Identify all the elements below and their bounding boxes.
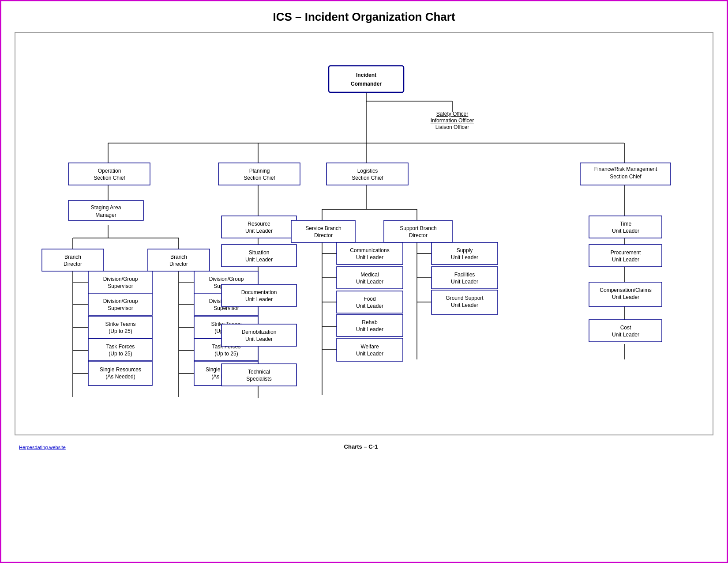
text-proc-l2: Unit Leader	[612, 257, 639, 263]
text-supp-l1: Support Branch	[400, 225, 436, 231]
text-b1-div2-l2: Supervisor	[108, 305, 133, 311]
box-situation-ul	[221, 245, 296, 267]
text-ic-line1: Incident	[356, 72, 376, 78]
box-plan-chief	[218, 163, 300, 185]
footer-site: Herpesdating.website	[19, 445, 66, 450]
text-time-l1: Time	[620, 221, 632, 227]
box-doc-ul	[221, 284, 296, 306]
text-demob-l1: Demobilization	[242, 329, 277, 335]
text-res-l2: Unit Leader	[245, 228, 273, 234]
text-b1-div1-l1: Division/Group	[103, 276, 138, 282]
text-med-l1: Medical	[360, 272, 379, 278]
text-serv-l1: Service Branch	[305, 225, 341, 231]
page: ICS – Incident Organization Chart text {…	[0, 0, 728, 563]
text-staging-line2: Manager	[95, 212, 116, 218]
text-res-l1: Resource	[248, 221, 270, 227]
box-food-ul	[337, 291, 403, 313]
text-staging-line1: Staging Area	[91, 204, 121, 211]
text-bd2-line2: Director	[169, 261, 188, 267]
text-b1-task-l2: (Up to 25)	[109, 351, 132, 357]
text-b1-div1-l2: Supervisor	[108, 283, 133, 289]
text-demob-l2: Unit Leader	[245, 336, 273, 342]
text-b1-task-l1: Task Forces	[106, 344, 135, 350]
text-med-l2: Unit Leader	[356, 279, 383, 285]
text-fin-line2: Section Chief	[610, 174, 642, 180]
text-cost-l1: Cost	[620, 325, 631, 331]
text-bd1-line2: Director	[64, 261, 82, 267]
text-liaison-officer: Liaison Officer	[435, 124, 469, 130]
box-b1-task	[88, 339, 152, 361]
text-cost-l2: Unit Leader	[612, 332, 639, 338]
text-serv-l2: Director	[314, 232, 333, 238]
box-resource-ul	[221, 216, 296, 238]
box-b1-div2	[88, 293, 152, 315]
text-food-l1: Food	[364, 296, 375, 302]
text-log-line2: Section Chief	[352, 175, 383, 181]
box-branch-dir1	[42, 249, 104, 271]
text-comm-l2: Unit Leader	[356, 254, 383, 261]
text-b1-strike-l2: (Up to 25)	[109, 328, 132, 334]
footer-label: Charts – C-1	[66, 443, 656, 450]
box-tech-spec	[221, 364, 296, 386]
text-info-officer: Information Officer	[431, 117, 474, 124]
box-fac-ul	[432, 267, 498, 289]
text-bd2-line1: Branch	[170, 254, 187, 260]
text-bd1-line1: Branch	[64, 254, 81, 260]
box-rehab-ul	[337, 314, 403, 336]
box-b1-strike	[88, 316, 152, 338]
box-incident-commander	[329, 66, 404, 92]
text-sit-l1: Situation	[249, 249, 270, 256]
text-plan-line2: Section Chief	[244, 175, 275, 181]
text-rehab-l2: Unit Leader	[356, 326, 383, 333]
text-supply-l2: Unit Leader	[451, 254, 478, 261]
box-b1-div1	[88, 271, 152, 293]
text-supp-l2: Director	[409, 232, 428, 238]
text-sit-l2: Unit Leader	[245, 257, 273, 263]
text-safety-officer: Safety Officer	[436, 111, 468, 117]
box-support-dir	[384, 220, 452, 242]
text-b2-div1-l1: Division/Group	[209, 276, 244, 282]
text-ground-l2: Unit Leader	[451, 302, 478, 308]
text-comp-l2: Unit Leader	[612, 294, 639, 300]
text-comp-l1: Compensation/Claims	[600, 287, 651, 293]
box-cost-ul	[589, 320, 662, 342]
text-log-line1: Logistics	[357, 168, 378, 174]
chart-area: text { font-family: Arial, sans-serif; f…	[15, 32, 713, 435]
text-doc-l1: Documentation	[241, 289, 277, 295]
box-welfare-ul	[337, 338, 403, 361]
text-ic-line2: Commander	[351, 81, 382, 87]
text-fin-line1: Finance/Risk Management	[594, 166, 657, 172]
text-b2-task-l2: (Up to 25)	[214, 351, 238, 357]
box-demob-ul	[221, 324, 296, 346]
box-service-dir	[291, 220, 355, 242]
box-med-ul	[337, 267, 403, 289]
box-comm-ul	[337, 242, 403, 264]
page-title: ICS – Incident Organization Chart	[15, 10, 713, 24]
text-b1-single-l2: (As Needed)	[105, 374, 135, 380]
box-branch-dir2	[148, 249, 210, 271]
text-welfare-l2: Unit Leader	[356, 351, 383, 357]
text-tech-l2: Specialists	[246, 376, 271, 382]
text-plan-line1: Planning	[249, 168, 270, 174]
text-comm-l1: Communications	[350, 247, 389, 253]
text-tech-l1: Technical	[248, 369, 270, 375]
text-supply-l1: Supply	[457, 247, 473, 253]
text-rehab-l1: Rehab	[362, 319, 378, 325]
box-time-ul	[589, 216, 662, 238]
text-ops-line2: Section Chief	[94, 175, 125, 181]
text-fac-l2: Unit Leader	[451, 279, 478, 285]
text-b1-div2-l1: Division/Group	[103, 298, 138, 304]
text-doc-l2: Unit Leader	[245, 296, 273, 302]
text-ops-line1: Operation	[98, 168, 121, 174]
text-time-l2: Unit Leader	[612, 228, 639, 234]
text-fac-l1: Facilities	[454, 272, 475, 278]
box-ops-chief	[68, 163, 150, 185]
text-b1-strike-l1: Strike Teams	[105, 321, 135, 327]
text-ground-l1: Ground Support	[446, 295, 484, 301]
box-supply-ul	[432, 242, 498, 264]
box-proc-ul	[589, 245, 662, 267]
box-log-chief	[326, 163, 408, 185]
footer-area: Herpesdating.website Charts – C-1	[15, 443, 713, 450]
text-food-l2: Unit Leader	[356, 303, 383, 309]
org-chart-svg: text { font-family: Arial, sans-serif; f…	[20, 42, 713, 426]
